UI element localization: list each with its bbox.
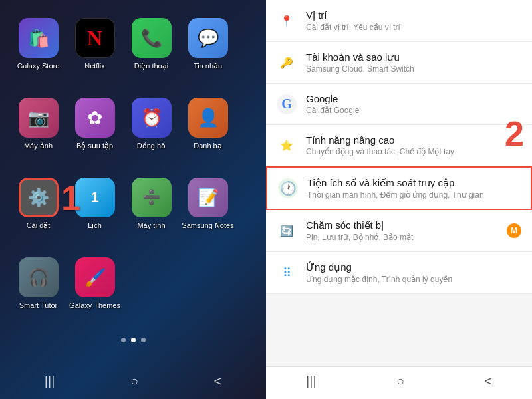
app-cai-dat[interactable]: ⚙️ Cài đặt bbox=[10, 170, 66, 249]
netflix-icon: N bbox=[75, 18, 115, 58]
tin-nhan-label: Tin nhắn bbox=[194, 62, 222, 70]
tai-khoan-subtitle: Samsung Cloud, Smart Switch bbox=[306, 65, 519, 74]
right-nav-bar: ||| ○ < bbox=[266, 366, 532, 399]
app-danh-ba[interactable]: 👤 Danh bạ bbox=[180, 90, 236, 170]
app-bo-suu-tap[interactable]: ✿ Bộ sưu tập bbox=[66, 90, 123, 170]
cham-soc-title: Chăm sóc thiết bị bbox=[306, 219, 519, 231]
app-galaxy-store[interactable]: 🛍️ Galaxy Store bbox=[10, 10, 66, 90]
bo-suu-tap-label: Bộ sưu tập bbox=[76, 142, 113, 150]
smart-tutor-label: Smart Tutor bbox=[19, 301, 57, 310]
settings-item-tien-ich[interactable]: 🕐 Tiện ích số và kiểm soát truy cập Thời… bbox=[266, 166, 532, 210]
cai-dat-icon: ⚙️ bbox=[19, 178, 59, 217]
right-panel: 📍 Vị trí Cài đặt vị trí, Yêu cầu vị trí … bbox=[266, 0, 532, 399]
dien-thoai-label: Điện thoại bbox=[134, 62, 168, 70]
may-anh-icon: 📷 bbox=[19, 98, 59, 138]
app-galaxy-themes[interactable]: 🖌️ Galaxy Themes bbox=[66, 249, 123, 329]
app-netflix[interactable]: N Netflix bbox=[66, 10, 123, 90]
settings-item-google[interactable]: G Google Cài đặt Google bbox=[266, 84, 532, 125]
cham-soc-text: Chăm sóc thiết bị Pin, Lưu trữ, Bộ nhớ, … bbox=[306, 219, 519, 242]
cham-soc-subtitle: Pin, Lưu trữ, Bộ nhớ, Bảo mật bbox=[306, 233, 519, 242]
lich-icon: 1 bbox=[75, 178, 115, 217]
google-icon: G bbox=[277, 94, 297, 114]
may-tinh-icon: ➗ bbox=[132, 178, 172, 217]
app-may-anh[interactable]: 📷 Máy ảnh bbox=[10, 90, 66, 170]
tien-ich-text: Tiện ích số và kiểm soát truy cập Thời g… bbox=[307, 177, 517, 200]
may-tinh-label: Máy tính bbox=[137, 221, 165, 230]
vi-tri-text: Vị trí Cài đặt vị trí, Yêu cầu vị trí bbox=[306, 9, 519, 32]
tinh-nang-icon: ⭐ bbox=[277, 136, 297, 156]
ung-dung-icon: ⠿ bbox=[277, 263, 297, 283]
dot-1 bbox=[121, 338, 126, 342]
tin-nhan-icon: 💬 bbox=[188, 18, 228, 58]
tien-ich-subtitle: Thời gian màn hình, Đếm giờ ứng dụng, Th… bbox=[307, 190, 517, 200]
dot-3 bbox=[141, 338, 146, 342]
google-subtitle: Cài đặt Google bbox=[306, 106, 519, 115]
dong-ho-icon: ⏰ bbox=[132, 98, 172, 138]
app-samsung-notes[interactable]: 📝 Samsung Notes bbox=[180, 170, 236, 249]
cham-soc-icon: 🔄 bbox=[277, 221, 297, 241]
left-nav-bar: ||| ○ < bbox=[7, 367, 259, 399]
app-dong-ho[interactable]: ⏰ Đồng hồ bbox=[123, 90, 180, 170]
tai-khoan-icon: 🔑 bbox=[277, 53, 297, 72]
vi-tri-subtitle: Cài đặt vị trí, Yêu cầu vị trí bbox=[306, 23, 519, 32]
cai-dat-label: Cài đặt bbox=[27, 221, 51, 230]
settings-item-tinh-nang[interactable]: ⭐ Tính năng nâng cao Chuyển động và thao… bbox=[266, 125, 532, 166]
galaxy-themes-icon: 🖌️ bbox=[75, 257, 115, 297]
right-nav-home[interactable]: ○ bbox=[396, 374, 404, 389]
settings-item-ung-dung[interactable]: ⠿ Ứng dụng Ứng dụng mặc định, Trình quản… bbox=[266, 252, 532, 294]
ung-dung-subtitle: Ứng dụng mặc định, Trình quản lý quyền bbox=[306, 275, 519, 284]
bo-suu-tap-icon: ✿ bbox=[75, 98, 115, 138]
settings-item-cham-soc[interactable]: 🔄 Chăm sóc thiết bị Pin, Lưu trữ, Bộ nhớ… bbox=[266, 210, 532, 252]
app-dien-thoai[interactable]: 📞 Điện thoại bbox=[123, 10, 180, 90]
galaxy-store-icon: 🛍️ bbox=[19, 18, 59, 58]
tien-ich-title: Tiện ích số và kiểm soát truy cập bbox=[307, 177, 517, 189]
app-grid: 🛍️ Galaxy Store N Netflix 📞 Điện thoại 💬… bbox=[7, 7, 259, 332]
google-title: Google bbox=[306, 93, 519, 104]
vi-tri-title: Vị trí bbox=[306, 9, 519, 21]
tai-khoan-title: Tài khoản và sao lưu bbox=[306, 51, 519, 63]
google-text: Google Cài đặt Google bbox=[306, 93, 519, 115]
app-smart-tutor[interactable]: 🎧 Smart Tutor bbox=[10, 249, 66, 329]
ung-dung-title: Ứng dụng bbox=[306, 261, 519, 273]
empty-slot-2 bbox=[180, 249, 236, 329]
samsung-notes-label: Samsung Notes bbox=[182, 221, 233, 230]
app-tin-nhan[interactable]: 💬 Tin nhắn bbox=[180, 10, 236, 90]
tai-khoan-text: Tài khoản và sao lưu Samsung Cloud, Smar… bbox=[306, 51, 519, 74]
tinh-nang-text: Tính năng nâng cao Chuyển động và thao t… bbox=[306, 134, 519, 156]
danh-ba-label: Danh bạ bbox=[194, 142, 221, 150]
settings-item-tai-khoan[interactable]: 🔑 Tài khoản và sao lưu Samsung Cloud, Sm… bbox=[266, 42, 532, 84]
left-nav-back[interactable]: < bbox=[214, 374, 222, 389]
right-nav-recents[interactable]: ||| bbox=[306, 374, 317, 389]
dien-thoai-icon: 📞 bbox=[132, 18, 172, 58]
dong-ho-label: Đồng hồ bbox=[137, 142, 166, 150]
dot-2-active bbox=[131, 338, 136, 342]
m-badge: M bbox=[507, 223, 521, 238]
danh-ba-icon: 👤 bbox=[188, 98, 228, 138]
galaxy-themes-label: Galaxy Themes bbox=[69, 301, 120, 310]
step-badge-1: 1 bbox=[61, 178, 80, 218]
left-nav-recents[interactable]: ||| bbox=[45, 374, 55, 389]
empty-slot-1 bbox=[123, 249, 180, 329]
step-badge-2: 2 bbox=[505, 114, 524, 154]
may-anh-label: Máy ảnh bbox=[24, 142, 53, 150]
tinh-nang-subtitle: Chuyển động và thao tác, Chế độ Một tay bbox=[306, 147, 519, 156]
settings-list: 📍 Vị trí Cài đặt vị trí, Yêu cầu vị trí … bbox=[266, 0, 532, 366]
galaxy-store-label: Galaxy Store bbox=[17, 62, 60, 70]
tien-ich-icon: 🕐 bbox=[278, 178, 298, 198]
settings-item-vi-tri[interactable]: 📍 Vị trí Cài đặt vị trí, Yêu cầu vị trí bbox=[266, 0, 532, 42]
right-nav-back[interactable]: < bbox=[484, 374, 492, 389]
smart-tutor-icon: 🎧 bbox=[19, 257, 59, 297]
left-panel: 🛍️ Galaxy Store N Netflix 📞 Điện thoại 💬… bbox=[0, 0, 266, 399]
app-may-tinh[interactable]: ➗ Máy tính bbox=[123, 170, 180, 249]
ung-dung-text: Ứng dụng Ứng dụng mặc định, Trình quản l… bbox=[306, 261, 519, 284]
netflix-label: Netflix bbox=[84, 62, 105, 70]
samsung-notes-icon: 📝 bbox=[188, 178, 228, 217]
vi-tri-icon: 📍 bbox=[277, 11, 297, 31]
left-nav-home[interactable]: ○ bbox=[130, 374, 138, 389]
tinh-nang-title: Tính năng nâng cao bbox=[306, 134, 519, 146]
lich-label: Lịch bbox=[88, 221, 102, 230]
page-dots bbox=[121, 338, 146, 342]
